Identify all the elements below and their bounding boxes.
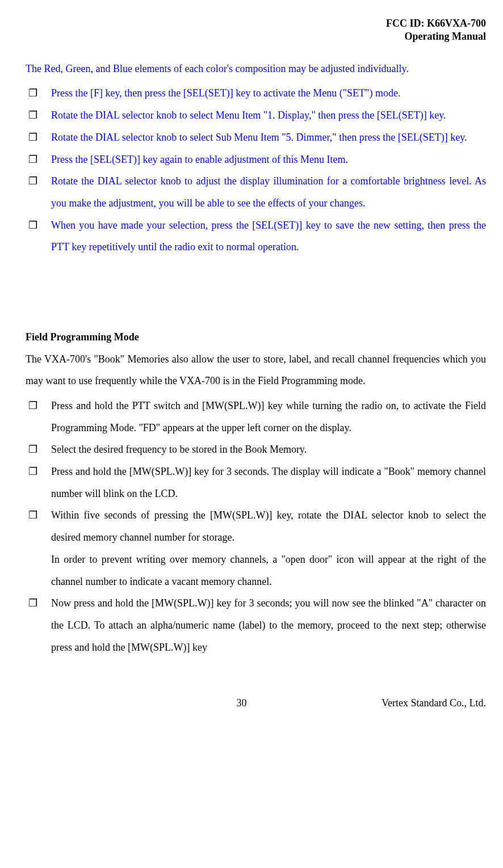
list-item: ❐ Rotate the DIAL selector knob to selec… (26, 127, 486, 149)
checkbox-icon: ❐ (26, 592, 51, 658)
checkbox-icon: ❐ (26, 439, 51, 461)
list-item: ❐ Within five seconds of pressing the [M… (26, 504, 486, 592)
checkbox-icon: ❐ (26, 395, 51, 439)
fcc-id: FCC ID: K66VXA-700 (26, 17, 486, 30)
document-header: FCC ID: K66VXA-700 Operating Manual (26, 17, 486, 44)
item-text: Rotate the DIAL selector knob to select … (51, 104, 486, 127)
checkbox-icon: ❐ (26, 461, 51, 504)
item-text: Now press and hold the [MW(SPL.W)] key f… (51, 592, 486, 658)
list-item: ❐ Press and hold the [MW(SPL.W)] key for… (26, 461, 486, 504)
list-item: ❐ Now press and hold the [MW(SPL.W)] key… (26, 592, 486, 658)
blue-instruction-list: ❐ Press the [F] key, then press the [SEL… (26, 82, 486, 258)
list-item: ❐ Select the desired frequency to be sto… (26, 439, 486, 461)
list-item: ❐ Press the [F] key, then press the [SEL… (26, 82, 486, 104)
item-main: Within five seconds of pressing the [MW(… (51, 509, 486, 543)
list-item: ❐ Rotate the DIAL selector knob to adjus… (26, 170, 486, 214)
page-number: 30 (139, 692, 344, 714)
checkbox-icon: ❐ (26, 214, 51, 258)
page-footer: 30 Vertex Standard Co., Ltd. (26, 692, 486, 714)
black-instruction-list: ❐ Press and hold the PTT switch and [MW(… (26, 395, 486, 658)
intro-paragraph-black: The VXA-700's "Book" Memories also allow… (26, 348, 486, 392)
item-text: Press the [SEL(SET)] key again to enable… (51, 149, 486, 171)
doc-title: Operating Manual (26, 30, 486, 43)
item-text: Within five seconds of pressing the [MW(… (51, 504, 486, 592)
item-text: Rotate the DIAL selector knob to adjust … (51, 170, 486, 214)
checkbox-icon: ❐ (26, 149, 51, 171)
item-text: Rotate the DIAL selector knob to select … (51, 127, 486, 149)
list-item: ❐ When you have made your selection, pre… (26, 214, 486, 258)
item-text: Press the [F] key, then press the [SEL(S… (51, 82, 486, 104)
item-text: When you have made your selection, press… (51, 214, 486, 258)
item-text: Press and hold the [MW(SPL.W)] key for 3… (51, 461, 486, 504)
list-item: ❐ Press and hold the PTT switch and [MW(… (26, 395, 486, 439)
list-item: ❐ Press the [SEL(SET)] key again to enab… (26, 149, 486, 171)
list-item: ❐ Rotate the DIAL selector knob to selec… (26, 104, 486, 127)
checkbox-icon: ❐ (26, 82, 51, 104)
checkbox-icon: ❐ (26, 504, 51, 592)
item-text: Press and hold the PTT switch and [MW(SP… (51, 395, 486, 439)
checkbox-icon: ❐ (26, 104, 51, 127)
item-text: Select the desired frequency to be store… (51, 439, 486, 461)
checkbox-icon: ❐ (26, 127, 51, 149)
item-continuation: In order to prevent writing over memory … (51, 554, 486, 587)
checkbox-icon: ❐ (26, 170, 51, 214)
section-heading: Field Programming Mode (26, 326, 486, 348)
company-name: Vertex Standard Co., Ltd. (344, 692, 486, 714)
intro-paragraph-blue: The Red, Green, and Blue elements of eac… (26, 58, 486, 80)
